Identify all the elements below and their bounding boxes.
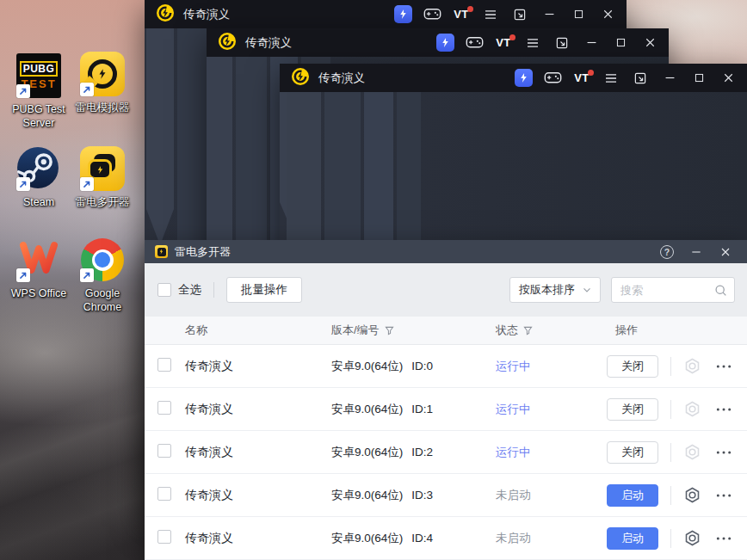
close-instance-button[interactable]: 关闭 (607, 355, 658, 378)
vt-button[interactable]: VT (447, 0, 476, 28)
pubg-icon: PUBG TEST (16, 53, 61, 98)
minimize-button[interactable] (682, 240, 711, 263)
chrome-icon (80, 237, 125, 282)
more-options-icon[interactable] (715, 401, 732, 418)
desktop-icon-google-chrome[interactable]: Google Chrome (65, 237, 139, 315)
divider (670, 400, 671, 419)
settings-gear-icon[interactable] (683, 529, 701, 547)
row-checkbox[interactable] (157, 487, 171, 501)
lightning-icon (96, 68, 108, 80)
instance-version: 安卓9.0(64位)ID:2 (331, 445, 489, 460)
desktop-icon-label: 雷电模拟器 (76, 101, 130, 114)
multiplayer-window: 雷电多开器 ? 全选 批量操作 按版本排序 名称 版本/编号 状态 (145, 240, 747, 560)
desktop-icon-label: 雷电多开器 (76, 195, 130, 209)
maximize-button[interactable] (564, 0, 593, 28)
table-header: 名称 版本/编号 状态 操作 (145, 317, 747, 345)
close-instance-button[interactable]: 关闭 (607, 398, 658, 421)
ldplayer-logo-icon (218, 32, 237, 54)
gamepad-button[interactable] (538, 64, 567, 92)
desktop-icon-ldplayer[interactable]: 雷电模拟器 (65, 52, 139, 114)
row-checkbox[interactable] (157, 401, 171, 415)
emulator-titlebar: 传奇演义 VT (280, 64, 747, 92)
maximize-button[interactable] (684, 64, 713, 92)
multi-instance-button[interactable] (547, 28, 577, 57)
help-icon: ? (660, 245, 674, 259)
row-checkbox[interactable] (157, 444, 171, 458)
batch-operations-button[interactable]: 批量操作 (226, 277, 302, 303)
divider (670, 529, 671, 548)
multi-instance-button[interactable] (626, 64, 655, 92)
filter-icon[interactable] (385, 326, 394, 335)
instance-name: 传奇演义 (185, 488, 331, 503)
boost-button[interactable] (430, 28, 460, 57)
start-instance-button[interactable]: 启动 (607, 484, 658, 507)
shortcut-arrow-icon (16, 268, 30, 282)
menu-button[interactable] (476, 0, 505, 28)
emulator-titlebar: 传奇演义 VT (145, 0, 627, 28)
row-checkbox[interactable] (157, 530, 171, 544)
menu-button[interactable] (596, 64, 626, 92)
settings-gear-icon[interactable] (683, 400, 701, 418)
emulator-titlebar: 传奇演义 VT (207, 28, 669, 57)
more-options-icon[interactable] (715, 530, 732, 547)
more-options-icon[interactable] (715, 444, 732, 461)
shortcut-arrow-icon (16, 84, 30, 98)
more-options-icon[interactable] (715, 487, 732, 504)
ldplayer-icon (80, 52, 125, 96)
menu-button[interactable] (518, 28, 547, 57)
instance-name: 传奇演义 (185, 359, 331, 374)
settings-gear-icon[interactable] (683, 486, 701, 504)
row-checkbox[interactable] (157, 358, 171, 372)
boost-button[interactable] (509, 64, 538, 92)
desktop-icon-ld-multiplayer[interactable]: 雷电多开器 (65, 146, 139, 209)
settings-gear-icon[interactable] (683, 357, 701, 375)
column-header-version: 版本/编号 (331, 323, 489, 338)
maximize-button[interactable] (606, 28, 635, 57)
pubg-logo-text: PUBG (20, 61, 59, 77)
sort-dropdown-value: 按版本排序 (519, 282, 575, 298)
start-instance-button[interactable]: 启动 (607, 527, 658, 550)
table-row: 传奇演义 安卓9.0(64位)ID:2 运行中 关闭 (145, 431, 747, 474)
notification-dot (467, 6, 473, 12)
divider (670, 486, 671, 505)
filter-icon[interactable] (523, 326, 533, 335)
minimize-button[interactable] (577, 28, 606, 57)
search-icon (714, 284, 727, 297)
instance-name: 传奇演义 (185, 445, 331, 460)
minimize-button[interactable] (534, 0, 564, 28)
vt-button[interactable]: VT (567, 64, 596, 92)
close-button[interactable] (711, 240, 740, 263)
instance-name: 传奇演义 (185, 531, 331, 546)
close-button[interactable] (593, 0, 622, 28)
notification-dot (588, 70, 594, 76)
ldplayer-logo-icon (291, 67, 310, 89)
lightning-icon (394, 5, 412, 23)
status-text: 未启动 (496, 489, 531, 502)
lightning-icon (515, 69, 533, 87)
boost-button[interactable] (388, 0, 417, 28)
multiplayer-titlebar: 雷电多开器 ? (145, 240, 747, 263)
window-title: 传奇演义 (245, 35, 292, 51)
instance-version: 安卓9.0(64位)ID:0 (331, 359, 489, 374)
status-text: 运行中 (496, 403, 531, 415)
settings-gear-icon[interactable] (683, 443, 701, 461)
divider (670, 357, 671, 376)
gamepad-button[interactable] (460, 28, 489, 57)
minimize-button[interactable] (655, 64, 684, 92)
sort-dropdown[interactable]: 按版本排序 (509, 277, 601, 303)
gamepad-button[interactable] (417, 0, 447, 28)
select-all-checkbox[interactable] (157, 283, 171, 297)
vt-button[interactable]: VT (489, 28, 518, 57)
close-button[interactable] (635, 28, 664, 57)
more-options-icon[interactable] (715, 358, 732, 375)
close-button[interactable] (713, 64, 743, 92)
close-instance-button[interactable]: 关闭 (607, 441, 658, 464)
bg-shard (146, 28, 174, 245)
search-box[interactable] (611, 277, 735, 303)
multi-instance-button[interactable] (505, 0, 534, 28)
help-button[interactable]: ? (652, 240, 682, 263)
search-input[interactable] (620, 284, 714, 297)
table-row: 传奇演义 安卓9.0(64位)ID:0 运行中 关闭 (145, 345, 747, 388)
table-row: 传奇演义 安卓9.0(64位)ID:4 未启动 启动 (145, 517, 747, 560)
select-all-label: 全选 (178, 282, 201, 298)
